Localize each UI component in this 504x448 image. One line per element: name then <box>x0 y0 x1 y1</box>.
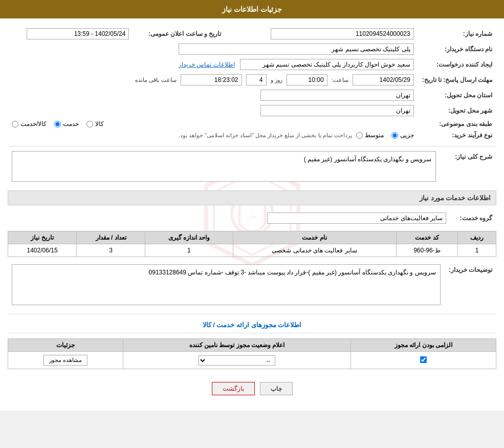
purchase-jozi-label: جزیی <box>400 132 414 139</box>
print-button[interactable]: چاپ <box>260 382 293 395</box>
permit-section-title: اطلاعات مجوزهای ارائه خدمت / کالا <box>8 317 496 333</box>
category-radio-kala: کالا <box>86 120 104 127</box>
category-radio-kala-khedmat: کالا/خدمت <box>12 120 47 127</box>
deadline-time-label: ساعت: <box>332 77 348 83</box>
col-date: تاریخ نیاز <box>8 231 77 244</box>
page-title: جزئیات اطلاعات نیاز <box>222 5 282 13</box>
creator-value: سعید خوش احوال کاربرداز پلی کلینیک تخصصی… <box>8 57 418 72</box>
need-number-label: شماره نیاز: <box>418 26 496 41</box>
org-name-input: پلی کلینیک تخصصی نسیم شهر <box>179 44 414 55</box>
purchase-radio-jozi-input[interactable] <box>391 132 398 139</box>
need-description-table: شرح کلی نیاز: <box>8 149 496 185</box>
permit-status-select[interactable]: -- <box>199 355 275 366</box>
category-khedmat-label: خدمت <box>63 120 79 127</box>
service-group-label: گروه خدمت: <box>450 210 496 226</box>
permit-col-status: اعلام وضعیت مجوز توسط نامین کننده <box>123 339 351 352</box>
need-description-textarea[interactable] <box>12 151 436 182</box>
buyer-notes-table: توضیحات خریدار: <box>8 262 496 309</box>
deadline-remaining-label: ساعت باقی مانده <box>135 77 176 83</box>
category-radio-kala-khedmat-input[interactable] <box>12 121 18 127</box>
permit-col-required: الزامی بودن ارائه مجوز <box>351 339 496 352</box>
category-radio-khedmat: خدمت <box>54 120 79 127</box>
page-header: جزئیات اطلاعات نیاز <box>0 0 504 18</box>
services-section-title: اطلاعات خدمات مورد نیاز <box>8 190 496 205</box>
need-number-row: شماره نیاز: 1102094524000023 تاریخ و ساع… <box>8 26 496 41</box>
creator-contact-link[interactable]: اطلاعات تماس خریدار <box>179 61 235 68</box>
city-input: تهران <box>260 105 414 116</box>
back-button[interactable]: بازگشت <box>212 382 255 395</box>
permit-row-1: -- مشاهده مجوز <box>8 352 496 369</box>
buyer-notes-value-cell <box>8 262 445 309</box>
category-kala-label: کالا <box>95 120 104 127</box>
permit-details-cell: مشاهده مجوز <box>8 352 123 369</box>
creator-label: ایجاد کننده درخواست: <box>418 57 496 72</box>
permit-table: الزامی بودن ارائه مجوز اعلام وضعیت مجوز … <box>8 338 496 369</box>
category-radio-khedmat-input[interactable] <box>54 121 61 127</box>
purchase-radio-group: متوسط جزیی <box>356 132 414 139</box>
services-table-header-row: ردیف کد خدمت نام خدمت واحد اندازه گیری ت… <box>8 231 496 244</box>
permit-status-cell: -- <box>123 352 351 369</box>
city-row: شهر محل تحویل: تهران <box>8 103 496 118</box>
page-wrapper: جزئیات اطلاعات نیاز نیاز شماره نیاز: 110… <box>0 0 504 411</box>
services-table-row: 1 ط-96-960 سایر فعالیت های خدماتی شخصی 1… <box>8 244 496 257</box>
need-number-input: 1102094524000023 <box>271 28 414 39</box>
category-label: طبقه بندی موضوعی: <box>418 118 496 130</box>
category-kala-khedmat-label: کالا/خدمت <box>20 120 47 127</box>
buyer-notes-row: توضیحات خریدار: <box>8 262 496 309</box>
permit-required-checkbox[interactable] <box>420 356 427 363</box>
purchase-note: پرداخت تمام یا بخشی از مبلغ خریداز محل "… <box>179 132 352 139</box>
service-group-value-cell: سایر فعالیت‌های خدماتی <box>8 210 450 226</box>
deadline-day-label: روز و <box>271 77 282 83</box>
city-value: تهران <box>8 103 418 118</box>
services-table-body: 1 ط-96-960 سایر فعالیت های خدماتی شخصی 1… <box>8 244 496 257</box>
service-info-section: گروه خدمت: سایر فعالیت‌های خدماتی <box>8 210 496 226</box>
divider-2 <box>8 314 496 314</box>
province-input: تهران <box>260 90 414 101</box>
buyer-notes-label: توضیحات خریدار: <box>445 262 496 309</box>
deadline-row-flex: 1402/05/29 ساعت: 10:00 روز و 4 18:23:02 … <box>12 74 414 86</box>
creator-row: ایجاد کننده درخواست: سعید خوش احوال کارب… <box>8 57 496 72</box>
col-quantity: تعداد / مقدار <box>77 231 145 244</box>
permit-col-details: جزئیات <box>8 339 123 352</box>
cell-row-num: 1 <box>458 244 496 257</box>
deadline-remaining-input: 18:23:02 <box>181 74 242 86</box>
need-number-value: 1102094524000023 <box>246 26 418 41</box>
announce-label: تاریخ و ساعت اعلان عمومی: <box>133 26 225 41</box>
category-radio-kala-input[interactable] <box>86 121 93 127</box>
purchase-radio-jozi: جزیی <box>391 132 414 139</box>
category-row: طبقه بندی موضوعی: کالا/خدمت خدمت <box>8 118 496 130</box>
section-content: شماره نیاز: 1102094524000023 تاریخ و ساع… <box>8 26 496 403</box>
deadline-day-input: 4 <box>246 74 267 86</box>
purchase-radio-mutawasat: متوسط <box>356 132 384 139</box>
purchase-mutawasat-label: متوسط <box>365 132 384 139</box>
org-name-label: نام دستگاه خریدار: <box>418 41 496 57</box>
deadline-time-input: 10:00 <box>287 74 327 86</box>
permit-required-cell <box>351 352 496 369</box>
services-data-table: ردیف کد خدمت نام خدمت واحد اندازه گیری ت… <box>8 231 496 257</box>
deadline-values: 1402/05/29 ساعت: 10:00 روز و 4 18:23:02 … <box>8 72 418 88</box>
purchase-radio-mutawasat-input[interactable] <box>356 132 363 139</box>
province-row: استان محل تحویل: تهران <box>8 88 496 103</box>
need-description-label: شرح کلی نیاز: <box>440 149 496 185</box>
buyer-notes-textarea[interactable] <box>12 264 441 305</box>
service-group-table: گروه خدمت: سایر فعالیت‌های خدماتی <box>8 210 496 226</box>
col-unit: واحد اندازه گیری <box>145 231 233 244</box>
province-label: استان محل تحویل: <box>418 88 496 103</box>
purchase-type-value: متوسط جزیی پرداخت تمام یا بخشی از مبلغ خ… <box>8 130 418 141</box>
permit-view-button[interactable]: مشاهده مجوز <box>43 355 87 366</box>
divider-1 <box>8 146 496 146</box>
city-label: شهر محل تحویل: <box>418 103 496 118</box>
purchase-type-label: نوع فرآیند خرید: <box>418 130 496 141</box>
category-radio-group: کالا/خدمت خدمت کالا <box>12 120 414 127</box>
service-group-row: گروه خدمت: سایر فعالیت‌های خدماتی <box>8 210 496 226</box>
announce-input: 1402/05/24 - 13:59 <box>27 28 129 39</box>
category-options: کالا/خدمت خدمت کالا <box>8 118 418 130</box>
col-service-code: کد خدمت <box>396 231 458 244</box>
service-group-input: سایر فعالیت‌های خدماتی <box>267 212 446 224</box>
purchase-type-row: نوع فرآیند خرید: متوسط جزیی <box>8 130 496 141</box>
cell-service-name: سایر فعالیت های خدماتی شخصی <box>233 244 396 257</box>
permit-table-body: -- مشاهده مجوز <box>8 352 496 369</box>
cell-date: 1402/06/15 <box>8 244 77 257</box>
org-name-value: پلی کلینیک تخصصی نسیم شهر <box>8 41 418 57</box>
permit-table-head: الزامی بودن ارائه مجوز اعلام وضعیت مجوز … <box>8 339 496 352</box>
